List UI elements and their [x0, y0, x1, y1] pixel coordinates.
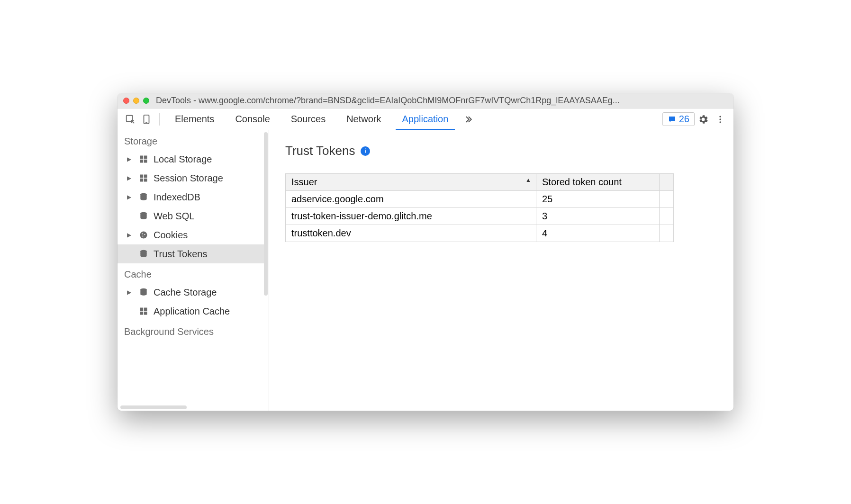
- expand-caret-icon: ▶: [127, 289, 134, 296]
- sidebar-item-label: Cache Storage: [154, 287, 217, 298]
- cell-issuer: trust-token-issuer-demo.glitch.me: [286, 208, 536, 225]
- cell-count: 25: [536, 191, 660, 208]
- svg-point-16: [140, 232, 147, 239]
- sidebar-scrollbar[interactable]: [264, 132, 268, 296]
- sidebar-section-header: Storage: [118, 130, 264, 150]
- col-stored-token-count[interactable]: Stored token count: [536, 174, 660, 191]
- expand-caret-icon: ▶: [127, 156, 134, 162]
- tab-application[interactable]: Application: [392, 108, 459, 130]
- sidebar-item-application-cache[interactable]: ▶Application Cache: [118, 302, 264, 321]
- expand-caret-icon: ▶: [127, 232, 134, 238]
- svg-rect-25: [144, 312, 147, 315]
- sidebar-item-local-storage[interactable]: ▶Local Storage: [118, 150, 264, 169]
- sidebar-item-trust-tokens[interactable]: ▶Trust Tokens: [118, 244, 264, 263]
- cell-actions: [660, 225, 674, 242]
- db-icon: [138, 288, 149, 297]
- tab-console[interactable]: Console: [225, 108, 280, 130]
- sidebar-item-label: IndexedDB: [154, 192, 200, 203]
- trust-tokens-pane: Trust Tokens i Issuer ▲ Stored token cou…: [269, 130, 733, 411]
- window-titlebar: DevTools - www.google.com/chrome/?brand=…: [118, 93, 733, 108]
- sidebar-item-label: Trust Tokens: [154, 249, 207, 260]
- svg-rect-23: [144, 308, 147, 311]
- settings-icon[interactable]: [695, 111, 712, 128]
- zoom-window-button[interactable]: [143, 98, 149, 104]
- table-row[interactable]: adservice.google.com25: [286, 191, 674, 208]
- svg-point-5: [719, 121, 721, 123]
- db-icon: [138, 211, 149, 221]
- svg-rect-9: [144, 160, 147, 163]
- db-icon: [138, 192, 149, 202]
- col-count-label: Stored token count: [542, 177, 622, 187]
- svg-point-19: [142, 235, 143, 236]
- grid-icon: [138, 173, 149, 183]
- issues-badge[interactable]: 26: [662, 112, 695, 126]
- info-icon[interactable]: i: [361, 146, 370, 156]
- sidebar-item-label: Cookies: [154, 230, 188, 241]
- table-row[interactable]: trusttoken.dev4: [286, 225, 674, 242]
- pane-heading-text: Trust Tokens: [285, 144, 355, 158]
- svg-rect-24: [140, 312, 144, 315]
- db-icon: [138, 249, 149, 259]
- svg-point-18: [144, 234, 145, 235]
- expand-caret-icon: ▶: [127, 175, 134, 181]
- traffic-lights: [123, 98, 149, 104]
- table-row[interactable]: trust-token-issuer-demo.glitch.me3: [286, 208, 674, 225]
- sidebar-section-header: Cache: [118, 263, 264, 283]
- cell-actions: [660, 191, 674, 208]
- sidebar-item-label: Web SQL: [154, 211, 194, 222]
- sidebar-item-cookies[interactable]: ▶Cookies: [118, 225, 264, 244]
- grid-icon: [138, 306, 149, 316]
- grid-icon: [138, 154, 149, 164]
- sidebar-item-indexeddb[interactable]: ▶IndexedDB: [118, 188, 264, 207]
- issues-count: 26: [679, 114, 689, 125]
- svg-rect-11: [144, 175, 147, 178]
- sidebar-item-label: Application Cache: [154, 306, 230, 317]
- application-sidebar: Storage▶Local Storage▶Session Storage▶In…: [118, 130, 269, 411]
- col-issuer[interactable]: Issuer ▲: [286, 174, 536, 191]
- close-window-button[interactable]: [123, 98, 129, 104]
- inspect-element-icon[interactable]: [122, 111, 138, 127]
- devtools-window: DevTools - www.google.com/chrome/?brand=…: [118, 93, 733, 411]
- devtools-body: Storage▶Local Storage▶Session Storage▶In…: [118, 130, 733, 411]
- svg-rect-6: [140, 156, 144, 159]
- minimize-window-button[interactable]: [133, 98, 139, 104]
- trust-tokens-table: Issuer ▲ Stored token count adservice.go…: [285, 173, 674, 242]
- svg-rect-22: [140, 308, 144, 311]
- svg-point-17: [142, 233, 143, 234]
- sidebar-item-label: Local Storage: [154, 154, 212, 165]
- sort-asc-icon: ▲: [525, 177, 531, 183]
- svg-point-3: [719, 116, 721, 117]
- sidebar-item-web-sql[interactable]: ▶Web SQL: [118, 207, 264, 225]
- svg-rect-12: [140, 179, 144, 182]
- cell-count: 4: [536, 225, 660, 242]
- sidebar-hscrollbar[interactable]: [120, 405, 187, 409]
- toolbar-divider: [159, 113, 160, 126]
- cookie-icon: [138, 230, 149, 240]
- cell-issuer: trusttoken.dev: [286, 225, 536, 242]
- cell-issuer: adservice.google.com: [286, 191, 536, 208]
- tab-sources[interactable]: Sources: [281, 108, 336, 130]
- svg-rect-10: [140, 175, 144, 178]
- cell-actions: [660, 208, 674, 225]
- window-title: DevTools - www.google.com/chrome/?brand=…: [156, 96, 728, 106]
- device-toggle-icon[interactable]: [138, 111, 154, 127]
- tab-elements[interactable]: Elements: [164, 108, 225, 130]
- sidebar-item-cache-storage[interactable]: ▶Cache Storage: [118, 283, 264, 302]
- cell-count: 3: [536, 208, 660, 225]
- svg-rect-7: [144, 156, 147, 159]
- svg-rect-13: [144, 179, 147, 182]
- tab-network[interactable]: Network: [336, 108, 391, 130]
- issues-icon: [668, 115, 676, 124]
- more-tabs-button[interactable]: [459, 108, 478, 130]
- svg-rect-8: [140, 160, 144, 163]
- pane-heading: Trust Tokens i: [285, 144, 717, 158]
- sidebar-item-session-storage[interactable]: ▶Session Storage: [118, 169, 264, 188]
- expand-caret-icon: ▶: [127, 194, 134, 200]
- col-actions: [660, 174, 674, 191]
- col-issuer-label: Issuer: [291, 177, 317, 187]
- more-options-icon[interactable]: [712, 111, 729, 128]
- sidebar-section-header: Background Services: [118, 321, 264, 340]
- sidebar-item-label: Session Storage: [154, 173, 223, 184]
- devtools-tabbar: Elements Console Sources Network Applica…: [118, 108, 733, 130]
- svg-point-4: [719, 118, 721, 120]
